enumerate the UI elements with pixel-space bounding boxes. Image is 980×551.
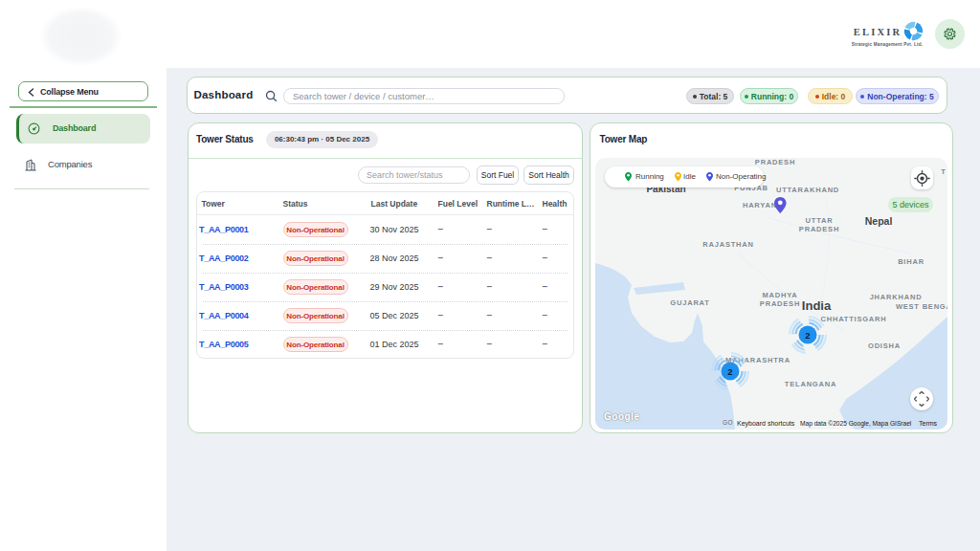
svg-text:2: 2: [727, 366, 732, 377]
svg-text:2: 2: [805, 330, 810, 341]
